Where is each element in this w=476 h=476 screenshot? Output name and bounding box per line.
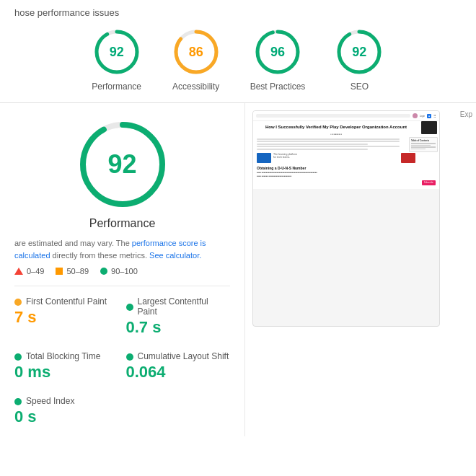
metric-value-tbt: 0 ms [14,363,119,382]
right-panel: Exp Login ■ ⠿ How I Successfully Verifie… [245,103,476,436]
metric-name-si: Speed Index [26,396,74,406]
metric-row-si: Speed Index [14,396,119,407]
needs-improvement-icon [56,268,63,275]
preview-toc-item1 [411,143,436,144]
metric-dot-lcp [126,304,133,311]
preview-text-block [257,138,415,150]
good-icon [100,268,107,275]
preview-toc-item2 [411,145,431,146]
score-item-best-practices: 96 Best Practices [250,27,306,92]
metric-dot-tbt [14,353,22,361]
score-label-seo: SEO [351,81,369,92]
metric-name-lcp: Largest Contentful Paint [138,296,231,317]
big-score-label: Performance [89,217,156,230]
legend-good: 90–100 [100,267,138,276]
metric-dot-cls [126,353,133,361]
metric-dot-fcp [14,299,22,306]
disclaimer: are estimated and may vary. The performa… [14,237,230,261]
metric-row-fcp: First Contentful Paint [14,296,119,308]
metric-row-lcp: Largest Contentful Paint [126,296,231,318]
score-label-best-practices: Best Practices [250,81,306,92]
score-value-best-practices: 96 [270,45,285,60]
preview-cta: Subscribe [257,180,436,185]
score-label-performance: Performance [92,81,141,92]
score-item-performance: 92 Performance [92,27,142,92]
metric-fcp: First Contentful Paint 7 s [14,294,119,340]
big-score-circle: 92 [76,118,169,211]
metric-lcp: Largest Contentful Paint 0.7 s [126,294,231,340]
book-blue [257,153,271,163]
legend-poor-range: 0–49 [27,267,44,276]
metric-name-fcp: First Contentful Paint [26,296,107,307]
metric-value-lcp: 0.7 s [126,318,231,337]
preview-subheading: Obtaining a D-U-N-S Number [257,166,415,170]
score-label-accessibility: Accessibility [172,81,219,92]
big-score-value: 92 [107,149,136,180]
preview-login: Login [420,115,425,118]
book-red [401,153,415,163]
divider [14,286,230,286]
metrics-grid: First Contentful Paint 7 s Largest Conte… [14,294,230,429]
preview-subtext: ■■■■ ■■■■■■■■■■■■■■■■■■■■■■■■■■■■■■■■■■■… [257,172,415,174]
score-circle-accessibility: 86 [171,27,221,77]
legend-poor: 0–49 [14,267,44,276]
legend-good-range: 90–100 [111,267,138,276]
metric-value-si: 0 s [14,407,119,426]
poor-icon [14,268,23,275]
big-score-wrap: 92 Performance [14,118,230,230]
score-circle-seo: 92 [334,27,384,77]
metric-value-fcp: 7 s [14,308,119,327]
metric-value-cls: 0.064 [126,363,231,382]
page-title: hose performance issues [14,7,462,18]
preview-action-btn: ■ [427,114,431,118]
expand-label: Exp [460,110,472,118]
preview-meta: ● ■ ■■■ ■ ■ [257,133,415,136]
score-circle-performance: 92 [92,27,142,77]
calculator-link[interactable]: See calculator. [149,251,201,260]
score-circle-best-practices: 96 [252,27,303,77]
legend-needs-range: 50–89 [66,267,89,276]
preview-body: How I Successfully Verified My Play Deve… [253,121,439,189]
preview-toc-item4 [411,149,426,150]
preview-header: Login ■ ⠿ [253,111,439,121]
metric-name-cls: Cumulative Layout Shift [138,351,229,361]
main-area: 92 Performance are estimated and may var… [0,103,476,436]
score-value-accessibility: 86 [189,45,203,60]
metric-name-tbt: Total Blocking Time [26,351,100,361]
preview-search [256,114,410,118]
preview-avatar [413,113,418,118]
preview-grid-icon: ⠿ [433,114,436,118]
preview-book-label: The learning platformfor tech teams. [273,153,399,163]
site-preview: Login ■ ⠿ How I Successfully Verified My… [252,110,440,327]
preview-toc: Table of Contents [409,137,438,152]
score-value-seo: 92 [352,45,366,60]
score-value-performance: 92 [110,45,124,60]
preview-article-title: How I Successfully Verified My Play Deve… [257,125,415,131]
preview-toc-item3 [411,146,436,148]
score-row: 92 Performance 86 Accessibility 96 Best … [14,27,462,92]
metric-dot-si [14,398,22,405]
metric-cls: Cumulative Layout Shift 0.064 [126,348,231,384]
preview-product-image [421,121,437,134]
score-item-accessibility: 86 Accessibility [171,27,221,92]
preview-books: The learning platformfor tech teams. [257,153,415,163]
metric-tbt: Total Blocking Time 0 ms [14,348,119,384]
metric-si: Speed Index 0 s [14,393,119,429]
legend: 0–49 50–89 90–100 [14,267,230,276]
legend-needs-improvement: 50–89 [56,267,89,276]
preview-cta-btn: Subscribe [422,180,436,185]
preview-toc-title: Table of Contents [411,139,436,142]
metric-row-cls: Cumulative Layout Shift [126,351,231,363]
top-section: hose performance issues 92 Performance 8… [0,0,476,103]
left-panel: 92 Performance are estimated and may var… [0,103,245,436]
score-item-seo: 92 SEO [334,27,384,92]
preview-subtext2: ■■■■ ■■■■■■ ■■■■■■■■■■■■■■■■■■■■■ [257,175,415,177]
metric-row-tbt: Total Blocking Time [14,351,119,363]
